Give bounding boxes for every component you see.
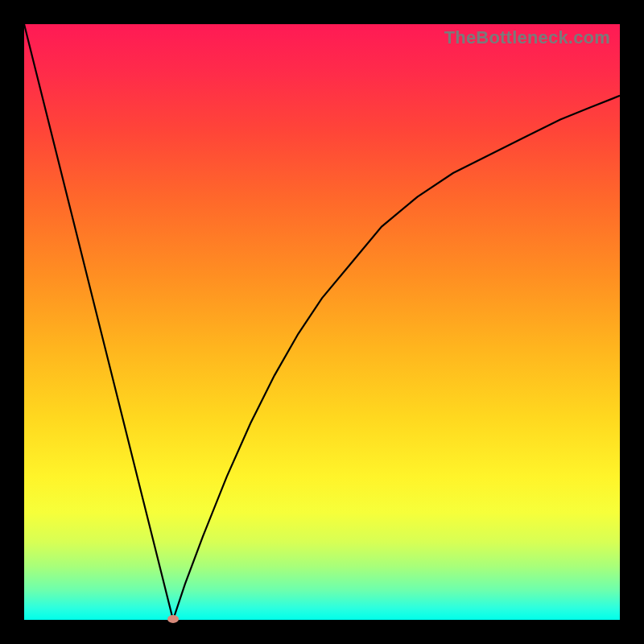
chart-frame: TheBottleneck.com (0, 0, 644, 644)
minimum-marker (167, 615, 179, 623)
bottleneck-curve (24, 24, 620, 620)
plot-area: TheBottleneck.com (24, 24, 620, 620)
